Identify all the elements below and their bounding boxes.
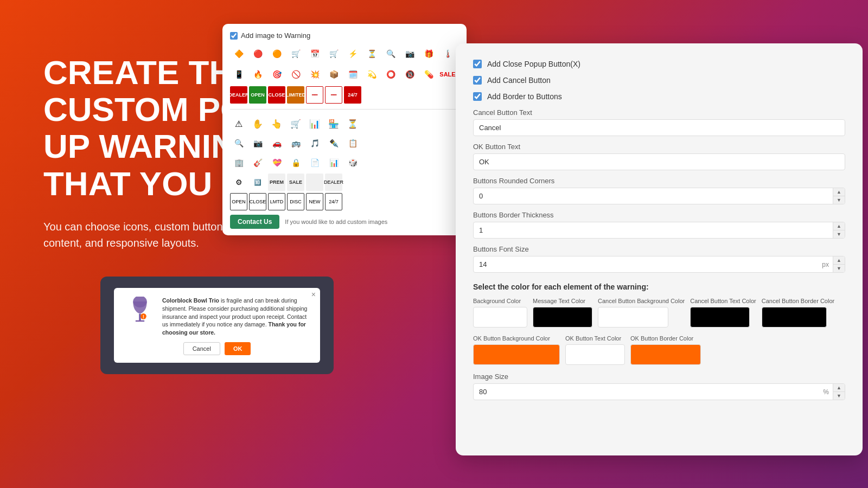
icon-247-outline[interactable]: 24/7 [325,193,342,210]
icon-sale-outline[interactable]: SALE [287,174,304,191]
icon-banner1[interactable]: ━━ [306,86,323,104]
popup-ok-button[interactable]: OK [225,342,251,355]
cancel-border-item: Cancel Button Border Color [762,298,835,328]
icon-search2[interactable]: 🔍 [230,134,247,152]
icon-cart1[interactable]: 🔴 [249,45,266,62]
cancel-text-swatch[interactable] [690,307,750,328]
image-size-down[interactable]: ▼ [833,392,845,400]
icon-empty33 [363,193,380,210]
border-thickness-up[interactable]: ▲ [833,222,845,230]
icon-star[interactable]: 💫 [363,66,380,83]
popup-cancel-button[interactable]: Cancel [183,342,220,355]
ok-text-swatch[interactable] [565,344,625,365]
icon-open-outline[interactable]: OPEN [230,193,247,210]
icon-cart-outline[interactable]: 🛒 [287,115,304,132]
popup-close-icon[interactable]: × [311,290,316,299]
icon-pen[interactable]: ✒️ [325,134,342,152]
icon-heart[interactable]: 💝 [268,154,285,171]
icon-dealer[interactable]: DEALER [230,86,247,104]
icon-guitar[interactable]: 🎸 [249,154,266,171]
icon-gear[interactable]: ⚙ [230,174,247,191]
icon-boom[interactable]: 💥 [306,66,323,83]
icon-point[interactable]: 👆 [268,115,285,132]
icon-circle[interactable]: ⭕ [382,66,399,83]
add-image-checkbox[interactable] [230,32,238,40]
icon-doc[interactable]: 📄 [306,154,323,171]
border-btns-checkbox[interactable] [473,92,482,101]
rounded-corners-input[interactable] [473,188,845,204]
msg-color-swatch[interactable] [533,307,592,328]
icon-chart[interactable]: 📊 [306,115,323,132]
image-size-up[interactable]: ▲ [833,384,845,392]
bg-color-label: Background Color [473,298,527,304]
icon-outline-b1[interactable] [306,174,323,191]
icon-hand[interactable]: ✋ [249,115,266,132]
icon-10[interactable]: 🔟 [249,174,266,191]
rounded-corners-row: ▲ ▼ [473,188,845,204]
icon-shop[interactable]: 🏪 [325,115,342,132]
icon-warning-colored[interactable]: 🔶 [230,45,247,62]
image-size-input[interactable] [473,383,845,400]
icon-warn-outline[interactable]: ⚠ [230,115,247,132]
icon-open[interactable]: OPEN [249,86,266,104]
icon-cart2[interactable]: 🟠 [268,45,285,62]
cancel-btn-checkbox[interactable] [473,76,482,85]
icon-fire[interactable]: 🔥 [249,66,266,83]
icon-outline-b2[interactable]: DEALER [325,174,342,191]
cancel-border-swatch[interactable] [762,307,827,328]
icon-premier-text[interactable]: PREM [268,174,285,191]
icon-gift[interactable]: 🎁 [420,45,437,62]
icon-new-outline[interactable]: NEW [306,193,323,210]
icon-tag[interactable]: SALE [439,66,456,83]
icon-hourglass[interactable]: ⏳ [363,45,380,62]
icon-banner2[interactable]: ━━ [325,86,342,104]
icon-dice[interactable]: 🎲 [344,154,361,171]
font-size-down[interactable]: ▼ [833,265,845,272]
icon-cart4[interactable]: 🛒 [325,45,342,62]
icon-music[interactable]: 🎵 [306,134,323,152]
bg-color-swatch[interactable] [473,307,527,328]
ok-button-text-input[interactable] [473,153,845,170]
icon-box[interactable]: 📦 [325,66,342,83]
icon-thermo[interactable]: 🌡️ [439,45,456,62]
icon-camera[interactable]: 📷 [401,45,418,62]
icon-calendar[interactable]: 📅 [306,45,323,62]
icon-phone[interactable]: 📱 [230,66,247,83]
icon-close[interactable]: CLOSE [268,86,285,104]
icon-limited-outline[interactable]: LMTD [268,193,285,210]
icon-no[interactable]: 🚫 [287,66,304,83]
icon-car[interactable]: 🚗 [268,134,285,152]
icon-hourglass2[interactable]: ⏳ [344,115,361,132]
cancel-button-text-input[interactable] [473,119,845,136]
icon-chart2[interactable]: 📊 [325,154,342,171]
icon-building[interactable]: 🏢 [230,154,247,171]
icon-limited[interactable]: LIMITED [287,86,304,104]
icon-bus[interactable]: 🚌 [287,134,304,152]
rounded-corners-down[interactable]: ▼ [833,196,845,204]
icon-close-outline[interactable]: CLOSE [249,193,266,210]
icon-pill[interactable]: 💊 [420,66,437,83]
ok-border-swatch[interactable] [630,344,701,365]
icon-clipboard[interactable]: 📋 [344,134,361,152]
cancel-text-item: Cancel Button Text Color [690,298,756,328]
rounded-corners-up[interactable]: ▲ [833,188,845,196]
border-thickness-down[interactable]: ▼ [833,230,845,238]
border-thickness-input[interactable] [473,222,845,239]
icon-lock[interactable]: 🔒 [287,154,304,171]
font-size-input[interactable] [473,256,845,273]
icon-bolt[interactable]: ⚡ [344,45,361,62]
icon-247[interactable]: 24/7 [344,86,361,104]
font-size-up[interactable]: ▲ [833,256,845,265]
icon-target[interactable]: 🎯 [268,66,285,83]
icon-cal2[interactable]: 🗓️ [344,66,361,83]
icon-magnify[interactable]: 🔍 [382,45,399,62]
icon-18plus[interactable]: 🔞 [401,66,418,83]
icon-cam2[interactable]: 📷 [249,134,266,152]
icon-discount-outline[interactable]: DISC [287,193,304,210]
ok-bg-swatch[interactable] [473,344,560,365]
icon-cart3[interactable]: 🛒 [287,45,304,62]
cancel-bg-swatch[interactable] [598,307,668,328]
color-section-title: Select the color for each element of the… [473,282,845,291]
close-popup-checkbox[interactable] [473,60,482,68]
contact-us-button[interactable]: Contact Us [230,215,279,229]
